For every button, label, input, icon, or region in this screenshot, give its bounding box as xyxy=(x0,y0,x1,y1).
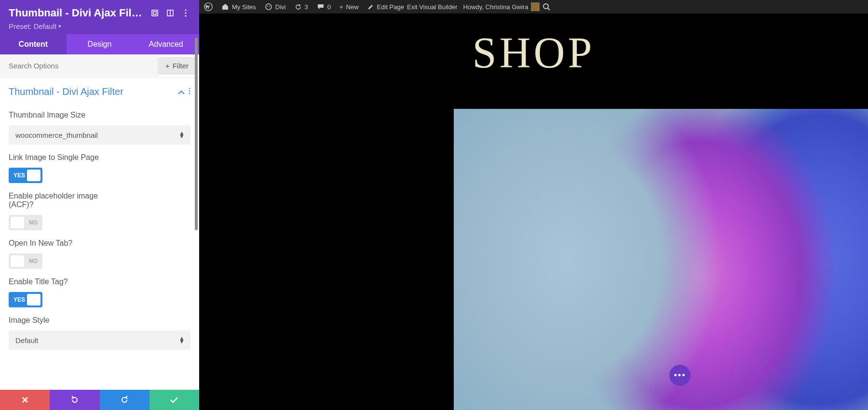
howdy-text: Howdy, Christina Gwira xyxy=(463,3,529,11)
svg-point-15 xyxy=(269,6,270,7)
toggle-label: NO xyxy=(24,219,42,226)
my-sites-link[interactable]: My Sites xyxy=(221,3,256,11)
panel-title: Thumbnail - Divi Ajax Filter ... xyxy=(9,7,145,19)
section-header: Thumbnail - Divi Ajax Filter xyxy=(0,78,199,102)
toggle-thumb xyxy=(27,294,41,305)
product-image xyxy=(454,109,868,410)
site-link[interactable]: Divi xyxy=(265,3,286,11)
page-title: SHOP xyxy=(199,28,868,78)
wp-logo[interactable] xyxy=(204,2,213,11)
search-row: + Filter xyxy=(0,54,199,78)
cancel-button[interactable] xyxy=(0,390,50,410)
field-title-tag: Enable Title Tag? YES xyxy=(9,278,190,307)
tab-advanced[interactable]: Advanced xyxy=(133,34,199,54)
sidebar-header: Thumbnail - Divi Ajax Filter ... Preset:… xyxy=(0,0,199,34)
site-name: Divi xyxy=(275,3,286,11)
svg-point-9 xyxy=(189,93,190,94)
panel-body: Thumbnail Image Size ▲▼ Link Image to Si… xyxy=(0,102,199,390)
svg-point-8 xyxy=(189,90,190,92)
my-sites-label: My Sites xyxy=(232,3,256,11)
field-image-style: Image Style ▲▼ xyxy=(9,316,190,350)
field-image-size: Thumbnail Image Size ▲▼ xyxy=(9,111,190,145)
expand-icon[interactable] xyxy=(165,8,175,18)
svg-point-14 xyxy=(267,6,268,7)
responsive-icon[interactable] xyxy=(150,8,160,18)
new-tab-toggle[interactable]: NO xyxy=(9,253,42,269)
scrollbar[interactable] xyxy=(195,38,198,230)
settings-sidebar: Thumbnail - Divi Ajax Filter ... Preset:… xyxy=(0,0,199,410)
plus-icon: + xyxy=(339,3,343,11)
svg-point-13 xyxy=(266,4,271,10)
edit-page-link[interactable]: Edit Page Exit Visual Builder Howdy, Chr… xyxy=(367,2,551,11)
field-new-tab: Open In New Tab? NO xyxy=(9,239,190,269)
more-icon[interactable] xyxy=(181,8,190,18)
new-label: New xyxy=(346,3,359,11)
field-label: Link Image to Single Page xyxy=(9,153,190,162)
divi-fab-button[interactable]: ••• xyxy=(669,365,691,386)
filter-label: Filter xyxy=(173,62,189,70)
redo-button[interactable] xyxy=(100,390,149,410)
wp-adminbar: My Sites Divi 3 0 + New Edit Page Exit V… xyxy=(199,0,868,13)
preview-area: My Sites Divi 3 0 + New Edit Page Exit V… xyxy=(199,0,868,410)
updates-link[interactable]: 3 xyxy=(295,3,308,11)
field-label: Enable Title Tag? xyxy=(9,278,190,286)
field-placeholder-acf: Enable placeholder image (ACF)? NO xyxy=(9,192,190,230)
tab-content[interactable]: Content xyxy=(0,34,67,54)
tab-design[interactable]: Design xyxy=(67,34,133,54)
toggle-thumb xyxy=(11,255,24,267)
edit-page-label: Edit Page xyxy=(377,3,404,11)
action-bar xyxy=(0,390,199,410)
search-icon[interactable] xyxy=(542,3,550,11)
toggle-label: NO xyxy=(24,258,42,265)
plus-icon: + xyxy=(165,62,170,70)
field-link-single: Link Image to Single Page YES xyxy=(9,153,190,183)
svg-line-17 xyxy=(548,8,550,10)
field-label: Enable placeholder image (ACF)? xyxy=(9,192,105,209)
placeholder-acf-toggle[interactable]: NO xyxy=(9,215,42,230)
section-title[interactable]: Thumbnail - Divi Ajax Filter xyxy=(9,86,174,97)
new-link[interactable]: + New xyxy=(339,3,359,11)
comments-link[interactable]: 0 xyxy=(317,3,331,11)
image-size-select[interactable] xyxy=(9,125,190,145)
comments-count: 0 xyxy=(327,3,331,11)
field-label: Open In New Tab? xyxy=(9,239,190,248)
toggle-thumb xyxy=(11,217,24,228)
field-label: Thumbnail Image Size xyxy=(9,111,190,119)
field-label: Image Style xyxy=(9,316,190,325)
filter-button[interactable]: + Filter xyxy=(158,57,196,75)
image-style-select[interactable] xyxy=(9,331,190,350)
updates-count: 3 xyxy=(305,3,308,11)
search-input[interactable] xyxy=(0,55,158,77)
title-tag-toggle[interactable]: YES xyxy=(9,292,42,307)
svg-point-5 xyxy=(185,13,187,14)
toggle-thumb xyxy=(27,170,41,181)
svg-point-7 xyxy=(189,88,190,89)
preset-selector[interactable]: Preset: Default xyxy=(9,22,190,30)
svg-rect-0 xyxy=(152,10,158,16)
undo-button[interactable] xyxy=(50,390,99,410)
settings-tabs: Content Design Advanced xyxy=(0,34,199,54)
svg-rect-1 xyxy=(153,12,156,14)
svg-point-4 xyxy=(185,10,187,11)
save-button[interactable] xyxy=(149,390,199,410)
svg-point-16 xyxy=(543,4,548,9)
howdy-user[interactable]: Howdy, Christina Gwira xyxy=(463,2,540,11)
link-single-toggle[interactable]: YES xyxy=(9,168,42,183)
section-more-icon[interactable] xyxy=(189,88,190,96)
avatar xyxy=(531,2,540,11)
exit-visual-builder[interactable]: Exit Visual Builder xyxy=(407,3,458,11)
chevron-up-icon[interactable] xyxy=(178,88,185,96)
svg-point-6 xyxy=(185,15,187,17)
